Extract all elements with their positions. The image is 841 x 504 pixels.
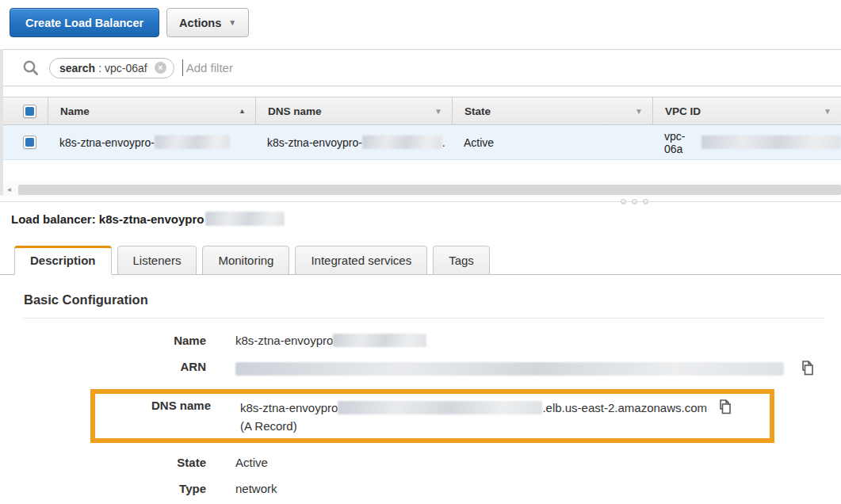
toolbar: Create Load Balancer Actions ▼ <box>0 0 841 37</box>
field-label: State <box>0 456 206 469</box>
text-caret <box>182 59 183 76</box>
aws-console-load-balancers: Create Load Balancer Actions ▼ search : … <box>0 0 841 504</box>
actions-button-label: Actions <box>179 17 221 29</box>
filter-tag-key: search <box>59 62 95 74</box>
remove-filter-icon[interactable]: × <box>155 62 166 74</box>
actions-button[interactable]: Actions ▼ <box>166 8 249 37</box>
name-text: k8s-ztna-envoypro- <box>59 136 155 149</box>
handle-dot-icon <box>643 199 648 204</box>
column-header-dns-name[interactable]: DNS name ▼ <box>255 97 452 124</box>
field-label: Type <box>0 482 206 495</box>
redacted-text <box>155 136 230 149</box>
handle-dot-icon <box>621 199 626 204</box>
select-all-checkbox[interactable] <box>23 105 36 118</box>
redacted-text <box>362 136 442 149</box>
column-label: VPC ID <box>665 105 701 117</box>
tab-listeners[interactable]: Listeners <box>117 246 197 275</box>
tab-tags[interactable]: Tags <box>433 246 490 275</box>
handle-dot-icon <box>632 199 637 204</box>
search-icon <box>22 59 39 76</box>
field-label: ARN <box>0 360 206 373</box>
column-header-vpc-id[interactable]: VPC ID ▼ <box>652 97 841 124</box>
table-header: Name ▲ DNS name ▼ State ▼ VPC ID ▼ <box>0 97 841 125</box>
select-all-checkbox-cell <box>0 97 48 124</box>
column-label: DNS name <box>268 105 322 117</box>
search-filter-tag[interactable]: search : vpc-06af × <box>49 58 174 78</box>
dns-value-suffix: .elb.us-east-2.amazonaws.com <box>542 401 707 414</box>
row-checkbox-cell <box>0 136 48 149</box>
detail-pane-heading: Load balancer: k8s-ztna-envoypro <box>11 212 841 226</box>
dns-value-line: k8s-ztna-envoypro.elb.us-east-2.amazonaw… <box>240 399 732 415</box>
tab-description[interactable]: Description <box>14 246 112 275</box>
column-header-state[interactable]: State ▼ <box>452 97 652 124</box>
field-dns-name: DNS name k8s-ztna-envoypro.elb.us-east-2… <box>95 399 770 433</box>
horizontal-scrollbar: ◄ <box>0 183 841 197</box>
heading-text: Load balancer: k8s-ztna-envoypro <box>11 212 204 226</box>
tab-monitoring[interactable]: Monitoring <box>202 246 289 275</box>
dns-tail: . <box>442 136 445 149</box>
tab-integrated-services[interactable]: Integrated services <box>295 246 427 275</box>
name-value-text: k8s-ztna-envoypro <box>235 334 333 347</box>
field-label: Name <box>0 334 206 347</box>
column-dropdown-icon: ▼ <box>824 107 831 116</box>
create-load-balancer-button[interactable]: Create Load Balancer <box>10 8 159 37</box>
load-balancer-table: Name ▲ DNS name ▼ State ▼ VPC ID ▼ k8s-z… <box>0 97 841 160</box>
chevron-down-icon: ▼ <box>228 19 236 27</box>
column-label: State <box>464 105 491 117</box>
section-title: Basic Configuration <box>24 292 825 319</box>
field-state: State Active <box>0 456 841 469</box>
field-type: Type network <box>0 482 841 495</box>
field-value: k8s-ztna-envoypro.elb.us-east-2.amazonaw… <box>240 399 732 433</box>
redacted-text <box>235 362 784 376</box>
field-value: k8s-ztna-envoypro <box>235 334 426 347</box>
cell-vpc-id: vpc-06a <box>652 130 841 155</box>
add-filter-input[interactable] <box>186 61 424 74</box>
filter-bar: search : vpc-06af × <box>0 49 841 86</box>
redacted-text <box>333 334 426 347</box>
column-dropdown-icon: ▼ <box>434 107 442 116</box>
column-dropdown-icon: ▼ <box>635 107 643 116</box>
pane-divider <box>0 201 841 202</box>
state-text: Active <box>464 136 494 149</box>
dns-record-type: (A Record) <box>240 419 732 433</box>
field-name: Name k8s-ztna-envoypro <box>0 334 841 347</box>
dns-highlight-box: DNS name k8s-ztna-envoypro.elb.us-east-2… <box>90 389 774 443</box>
dns-value-prefix: k8s-ztna-envoypro <box>240 401 338 414</box>
field-value: network <box>235 482 277 495</box>
field-label: DNS name <box>95 399 211 412</box>
detail-tabs: Description Listeners Monitoring Integra… <box>0 246 841 275</box>
column-header-name[interactable]: Name ▲ <box>48 97 255 124</box>
filter-tag-separator: : <box>98 62 101 74</box>
row-checkbox[interactable] <box>23 136 36 149</box>
basic-configuration-fields: Name k8s-ztna-envoypro ARN DNS na <box>0 334 841 495</box>
panel-edge <box>0 49 3 195</box>
pane-resize-handle[interactable] <box>621 199 648 204</box>
field-value: Active <box>235 456 268 469</box>
column-label: Name <box>60 105 90 117</box>
copy-icon[interactable] <box>798 360 815 376</box>
redacted-text <box>338 401 542 414</box>
field-arn: ARN <box>0 360 841 376</box>
field-value <box>235 360 815 376</box>
redacted-text <box>205 212 285 226</box>
dns-text: k8s-ztna-envoypro- <box>267 136 362 149</box>
cell-dns-name: k8s-ztna-envoypro-. <box>255 136 452 149</box>
vpc-text: vpc-06a <box>664 130 701 155</box>
scrollbar-thumb[interactable] <box>18 185 841 195</box>
sort-asc-icon: ▲ <box>239 107 246 115</box>
filter-tag-value: vpc-06af <box>105 62 147 74</box>
cell-name: k8s-ztna-envoypro- <box>48 136 255 149</box>
redacted-text <box>701 136 841 149</box>
copy-icon[interactable] <box>716 399 732 415</box>
table-row[interactable]: k8s-ztna-envoypro- k8s-ztna-envoypro-. A… <box>0 125 841 160</box>
cell-state: Active <box>452 136 652 149</box>
